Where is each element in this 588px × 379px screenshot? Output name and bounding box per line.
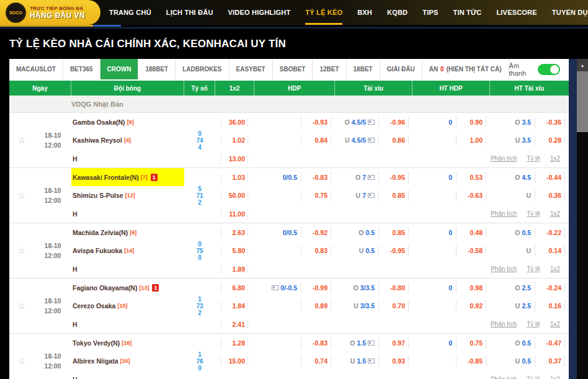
tab-12bet[interactable]: 12BET	[313, 59, 346, 79]
link-ty-le[interactable]: Tỷ lệ	[527, 210, 540, 217]
favorite-star-icon[interactable]: ☆	[9, 279, 34, 333]
tab-hidden-matches[interactable]: ẨN 0 (HIỂN THỊ TẤT CẢ)	[422, 59, 509, 79]
handicap-value: 0.5	[365, 229, 375, 236]
team-rank: [13]	[139, 285, 149, 291]
x12-odds-cell: 15.00	[215, 352, 254, 370]
home-team-cell[interactable]: Fagiano Okayama(N)[13]1	[71, 279, 184, 297]
tab-188bet[interactable]: 188BET	[138, 59, 176, 79]
ht-over-under-odds-cell: U0.14	[490, 241, 569, 260]
trend-box-icon	[368, 193, 375, 198]
handicap-value: 3.5	[522, 118, 531, 126]
nav-item-kqbd[interactable]: KQBD	[387, 0, 408, 25]
link-phan-tich[interactable]: Phân tích	[491, 376, 517, 379]
handicap-area: U1.5	[335, 355, 379, 367]
handicap-area	[254, 117, 301, 128]
table-header-row: NgàyĐội bóngTỷ số1x2HDPTài xỉuHT HDPHT T…	[9, 81, 569, 96]
home-team-cell[interactable]: Tokyo Verdy(N)[16]	[71, 334, 184, 352]
nav-item-video-highlight[interactable]: VIDEO HIGHLIGHT	[228, 0, 291, 25]
link-phan-tich[interactable]: Phân tích	[491, 210, 517, 217]
home-team-cell[interactable]: Gamba Osaka(N)[9]	[71, 113, 184, 131]
over-under-letter: O	[359, 229, 363, 236]
link-phan-tich[interactable]: Phân tích	[491, 155, 517, 162]
favorite-star-icon[interactable]: ☆	[9, 334, 34, 379]
link-1x2[interactable]: 1x2	[550, 155, 560, 162]
tab-sbobet[interactable]: SBOBET	[273, 59, 313, 79]
ht-hdp-odds-cell: 1.00	[412, 131, 490, 149]
odds-value: -0.44	[535, 172, 565, 183]
link-1x2[interactable]: 1x2	[550, 376, 560, 379]
away-team-cell[interactable]: Shimizu S-Pulse[12]	[71, 186, 184, 205]
link-phan-tich[interactable]: Phân tích	[491, 321, 517, 328]
over-under-letter: O	[353, 284, 358, 292]
away-team-cell[interactable]: Avispa Fukuoka[14]	[71, 241, 184, 260]
over-under-odds-cell: U0.5-0.95	[335, 241, 412, 260]
away-team-cell[interactable]: Kashiwa Reysol[4]	[71, 131, 184, 149]
scroll-up-button[interactable]: ▲	[577, 59, 588, 71]
tab-macauslot[interactable]: MACAUSLOT	[9, 59, 63, 79]
tab-bet365[interactable]: BET365	[63, 59, 100, 79]
ht-hdp-odds-cell: 00.75	[412, 334, 490, 352]
tab-crown[interactable]: CROWN	[100, 59, 139, 79]
link-ty-le[interactable]: Tỷ lệ	[527, 265, 540, 272]
nav-item-bxh[interactable]: BXH	[357, 0, 372, 25]
favorite-star-icon[interactable]: ☆	[9, 113, 34, 167]
score-value: 74	[196, 137, 203, 144]
link-phan-tich[interactable]: Phân tích	[491, 265, 517, 272]
favorite-star-icon[interactable]: ☆	[9, 168, 34, 223]
handicap-area: O4.5	[490, 172, 535, 183]
sound-toggle[interactable]	[538, 64, 560, 75]
handicap-area: 0/-0.5	[254, 282, 301, 293]
link-ty-le[interactable]: Tỷ lệ	[527, 321, 540, 328]
over-under-letter: O	[515, 284, 520, 292]
link-1x2[interactable]: 1x2	[550, 210, 560, 217]
league-header[interactable]: VDQG Nhật Bản	[9, 96, 569, 113]
over-under-odds-cell: O1.50.97	[335, 334, 412, 352]
handicap-area: 0	[412, 227, 457, 238]
link-1x2[interactable]: 1x2	[550, 321, 560, 328]
home-team-cell[interactable]: Machida Zelvia(N)[6]	[71, 223, 184, 241]
soco-live-logo-icon: SOCO	[6, 2, 26, 23]
home-team-cell[interactable]: Kawasaki Frontale(N)[7]1	[71, 168, 184, 186]
date-value: 18-10	[45, 241, 61, 251]
away-team-cell[interactable]: Cerezo Osaka[10]	[71, 297, 184, 315]
nav-item-tuyen-dung[interactable]: TUYỂN DỤNG	[552, 0, 588, 25]
tab-giai-dau[interactable]: GIẢI ĐẤU	[380, 59, 422, 79]
match-links: Phân tíchTỷ lệ1x2	[412, 315, 569, 333]
nav-item-lich-thi-dau[interactable]: LỊCH THI ĐẤU	[166, 0, 213, 25]
handicap-value: 7	[362, 192, 366, 199]
odds-value: 0.90	[457, 117, 486, 128]
scrollbar[interactable]: ▲	[577, 59, 588, 379]
nav-item-ty-le-keo[interactable]: TỶ LỆ KÈO	[305, 0, 342, 25]
team-rank: [10]	[117, 303, 127, 309]
team-name: Gamba Osaka(N)	[73, 118, 125, 126]
favorite-star-icon[interactable]: ☆	[9, 223, 34, 278]
handicap-area: 0/0.5	[254, 172, 301, 183]
nav-item-tin-tuc[interactable]: TIN TỨC	[453, 0, 481, 25]
handicap-area	[254, 300, 301, 311]
site-logo[interactable]: SOCO TRỰC TIẾP BÓNG ĐÁ HÀNG ĐẦU VN	[0, 0, 100, 25]
hdp-odds-cell: 0.89	[254, 297, 335, 315]
link-ty-le[interactable]: Tỷ lệ	[527, 155, 540, 162]
tab-ladbrokes[interactable]: LADBROKES	[176, 59, 229, 79]
link-1x2[interactable]: 1x2	[550, 265, 560, 272]
handicap-value: 1.5	[357, 339, 366, 347]
odds-value: 0.70	[379, 300, 409, 311]
logo-title: HÀNG ĐẦU VN	[30, 11, 85, 20]
away-team-cell[interactable]: Albirex Niigata[20]	[71, 352, 184, 370]
odds-value: -0.22	[535, 227, 565, 238]
time-value: 12:00	[45, 251, 61, 261]
match-date: 18-1012:00	[34, 279, 71, 333]
link-ty-le[interactable]: Tỷ lệ	[527, 376, 540, 379]
nav-item-trang-chu[interactable]: TRANG CHỦ	[109, 0, 151, 25]
tab-easybet[interactable]: EASYBET	[229, 59, 273, 79]
handicap-area	[412, 300, 457, 311]
odds-value: -0.93	[301, 117, 331, 128]
tab-18bet[interactable]: 18BET	[347, 59, 380, 79]
odds-value: 0.85	[379, 227, 409, 238]
scrollbar-thumb[interactable]	[577, 71, 588, 132]
nav-item-livescore[interactable]: LIVESCORE	[496, 0, 537, 25]
match-date: 18-1012:00	[34, 223, 71, 278]
match-links: Phân tíchTỷ lệ1x2	[412, 370, 569, 379]
nav-item-tips[interactable]: TIPS	[422, 0, 438, 25]
match-links: Phân tíchTỷ lệ1x2	[412, 260, 569, 278]
